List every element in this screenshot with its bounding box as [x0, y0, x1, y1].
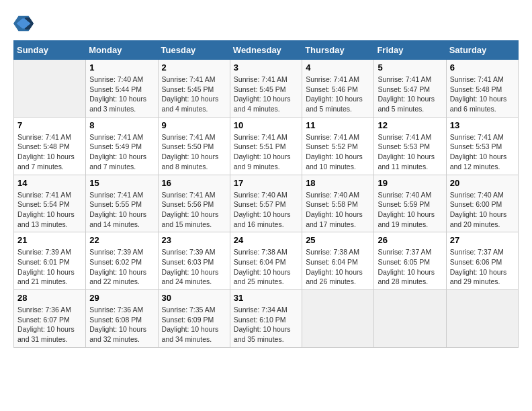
day-info: Sunrise: 7:40 AM Sunset: 5:57 PM Dayligh…	[234, 190, 298, 230]
calendar-cell: 8Sunrise: 7:41 AM Sunset: 5:49 PM Daylig…	[86, 117, 158, 175]
day-number: 12	[378, 120, 442, 130]
calendar-cell: 4Sunrise: 7:41 AM Sunset: 5:46 PM Daylig…	[302, 60, 374, 118]
day-number: 11	[306, 120, 370, 130]
calendar-cell: 3Sunrise: 7:41 AM Sunset: 5:45 PM Daylig…	[230, 60, 302, 118]
day-header-friday: Friday	[374, 41, 446, 60]
day-number: 29	[89, 293, 154, 303]
calendar-cell: 28Sunrise: 7:36 AM Sunset: 6:07 PM Dayli…	[14, 290, 86, 348]
calendar-cell: 14Sunrise: 7:41 AM Sunset: 5:54 PM Dayli…	[14, 175, 86, 232]
day-info: Sunrise: 7:39 AM Sunset: 6:01 PM Dayligh…	[17, 247, 82, 287]
day-info: Sunrise: 7:39 AM Sunset: 6:02 PM Dayligh…	[89, 247, 154, 287]
calendar-cell: 20Sunrise: 7:40 AM Sunset: 6:00 PM Dayli…	[446, 175, 518, 232]
day-info: Sunrise: 7:41 AM Sunset: 5:45 PM Dayligh…	[234, 75, 298, 114]
day-info: Sunrise: 7:41 AM Sunset: 5:49 PM Dayligh…	[89, 132, 154, 172]
calendar-week-row: 21Sunrise: 7:39 AM Sunset: 6:01 PM Dayli…	[14, 232, 519, 290]
day-number: 24	[234, 235, 298, 245]
calendar-table: SundayMondayTuesdayWednesdayThursdayFrid…	[13, 40, 519, 348]
day-info: Sunrise: 7:41 AM Sunset: 5:50 PM Dayligh…	[162, 132, 226, 172]
calendar-cell: 11Sunrise: 7:41 AM Sunset: 5:52 PM Dayli…	[302, 117, 374, 175]
calendar-cell: 17Sunrise: 7:40 AM Sunset: 5:57 PM Dayli…	[230, 175, 302, 232]
day-info: Sunrise: 7:41 AM Sunset: 5:51 PM Dayligh…	[234, 132, 298, 172]
day-number: 2	[162, 62, 226, 73]
day-info: Sunrise: 7:37 AM Sunset: 6:06 PM Dayligh…	[450, 247, 515, 287]
day-info: Sunrise: 7:41 AM Sunset: 5:48 PM Dayligh…	[17, 132, 82, 172]
day-info: Sunrise: 7:39 AM Sunset: 6:03 PM Dayligh…	[162, 247, 226, 287]
day-info: Sunrise: 7:38 AM Sunset: 6:04 PM Dayligh…	[234, 247, 298, 287]
calendar-cell	[374, 290, 446, 348]
calendar-body: 1Sunrise: 7:40 AM Sunset: 5:44 PM Daylig…	[14, 60, 519, 348]
calendar-cell: 5Sunrise: 7:41 AM Sunset: 5:47 PM Daylig…	[374, 60, 446, 118]
calendar-cell: 25Sunrise: 7:38 AM Sunset: 6:04 PM Dayli…	[302, 232, 374, 290]
day-number: 18	[306, 178, 370, 188]
day-info: Sunrise: 7:41 AM Sunset: 5:55 PM Dayligh…	[89, 190, 154, 230]
page-header	[13, 13, 519, 34]
calendar-week-row: 14Sunrise: 7:41 AM Sunset: 5:54 PM Dayli…	[14, 175, 519, 232]
day-info: Sunrise: 7:41 AM Sunset: 5:56 PM Dayligh…	[162, 190, 226, 230]
day-number: 19	[378, 178, 442, 188]
day-number: 17	[234, 178, 298, 188]
day-info: Sunrise: 7:40 AM Sunset: 5:44 PM Dayligh…	[89, 75, 154, 114]
day-number: 30	[162, 293, 226, 303]
calendar-cell: 26Sunrise: 7:37 AM Sunset: 6:05 PM Dayli…	[374, 232, 446, 290]
day-number: 13	[450, 120, 515, 130]
day-number: 3	[234, 62, 298, 73]
day-info: Sunrise: 7:38 AM Sunset: 6:04 PM Dayligh…	[306, 247, 370, 287]
calendar-cell: 6Sunrise: 7:41 AM Sunset: 5:48 PM Daylig…	[446, 60, 518, 118]
calendar-week-row: 1Sunrise: 7:40 AM Sunset: 5:44 PM Daylig…	[14, 60, 519, 118]
day-number: 6	[450, 62, 515, 73]
day-header-thursday: Thursday	[302, 41, 374, 60]
day-number: 31	[234, 293, 298, 303]
day-info: Sunrise: 7:36 AM Sunset: 6:08 PM Dayligh…	[89, 305, 154, 345]
day-info: Sunrise: 7:40 AM Sunset: 5:59 PM Dayligh…	[378, 190, 442, 230]
day-number: 23	[162, 235, 226, 245]
day-header-sunday: Sunday	[14, 41, 86, 60]
calendar-week-row: 28Sunrise: 7:36 AM Sunset: 6:07 PM Dayli…	[14, 290, 519, 348]
calendar-cell: 12Sunrise: 7:41 AM Sunset: 5:53 PM Dayli…	[374, 117, 446, 175]
calendar-cell: 24Sunrise: 7:38 AM Sunset: 6:04 PM Dayli…	[230, 232, 302, 290]
day-info: Sunrise: 7:34 AM Sunset: 6:10 PM Dayligh…	[234, 305, 298, 345]
day-number: 25	[306, 235, 370, 245]
calendar-cell	[302, 290, 374, 348]
calendar-cell: 2Sunrise: 7:41 AM Sunset: 5:45 PM Daylig…	[158, 60, 230, 118]
day-header-monday: Monday	[86, 41, 158, 60]
day-info: Sunrise: 7:41 AM Sunset: 5:52 PM Dayligh…	[306, 132, 370, 172]
calendar-cell: 16Sunrise: 7:41 AM Sunset: 5:56 PM Dayli…	[158, 175, 230, 232]
day-info: Sunrise: 7:37 AM Sunset: 6:05 PM Dayligh…	[378, 247, 442, 287]
day-info: Sunrise: 7:41 AM Sunset: 5:53 PM Dayligh…	[378, 132, 442, 172]
calendar-cell: 7Sunrise: 7:41 AM Sunset: 5:48 PM Daylig…	[14, 117, 86, 175]
calendar-week-row: 7Sunrise: 7:41 AM Sunset: 5:48 PM Daylig…	[14, 117, 519, 175]
calendar-cell: 18Sunrise: 7:40 AM Sunset: 5:58 PM Dayli…	[302, 175, 374, 232]
logo-icon	[13, 13, 34, 34]
day-info: Sunrise: 7:35 AM Sunset: 6:09 PM Dayligh…	[162, 305, 226, 345]
day-number: 21	[17, 235, 82, 245]
calendar-cell: 31Sunrise: 7:34 AM Sunset: 6:10 PM Dayli…	[230, 290, 302, 348]
day-number: 1	[89, 62, 154, 73]
calendar-cell: 27Sunrise: 7:37 AM Sunset: 6:06 PM Dayli…	[446, 232, 518, 290]
day-number: 5	[378, 62, 442, 73]
day-info: Sunrise: 7:41 AM Sunset: 5:46 PM Dayligh…	[306, 75, 370, 114]
calendar-cell	[14, 60, 86, 118]
day-info: Sunrise: 7:36 AM Sunset: 6:07 PM Dayligh…	[17, 305, 82, 345]
logo	[13, 13, 36, 34]
day-header-tuesday: Tuesday	[158, 41, 230, 60]
calendar-cell	[446, 290, 518, 348]
calendar-cell: 29Sunrise: 7:36 AM Sunset: 6:08 PM Dayli…	[86, 290, 158, 348]
calendar-cell: 23Sunrise: 7:39 AM Sunset: 6:03 PM Dayli…	[158, 232, 230, 290]
day-number: 15	[89, 178, 154, 188]
day-info: Sunrise: 7:41 AM Sunset: 5:47 PM Dayligh…	[378, 75, 442, 114]
day-info: Sunrise: 7:41 AM Sunset: 5:54 PM Dayligh…	[17, 190, 82, 230]
day-info: Sunrise: 7:41 AM Sunset: 5:48 PM Dayligh…	[450, 75, 515, 114]
day-number: 28	[17, 293, 82, 303]
calendar-cell: 9Sunrise: 7:41 AM Sunset: 5:50 PM Daylig…	[158, 117, 230, 175]
calendar-cell: 15Sunrise: 7:41 AM Sunset: 5:55 PM Dayli…	[86, 175, 158, 232]
day-header-saturday: Saturday	[446, 41, 518, 60]
day-number: 26	[378, 235, 442, 245]
calendar-header-row: SundayMondayTuesdayWednesdayThursdayFrid…	[14, 41, 519, 60]
day-info: Sunrise: 7:40 AM Sunset: 6:00 PM Dayligh…	[450, 190, 515, 230]
calendar-cell: 13Sunrise: 7:41 AM Sunset: 5:53 PM Dayli…	[446, 117, 518, 175]
day-number: 7	[17, 120, 82, 130]
day-number: 27	[450, 235, 515, 245]
day-info: Sunrise: 7:41 AM Sunset: 5:53 PM Dayligh…	[450, 132, 515, 172]
calendar-cell: 10Sunrise: 7:41 AM Sunset: 5:51 PM Dayli…	[230, 117, 302, 175]
calendar-cell: 1Sunrise: 7:40 AM Sunset: 5:44 PM Daylig…	[86, 60, 158, 118]
